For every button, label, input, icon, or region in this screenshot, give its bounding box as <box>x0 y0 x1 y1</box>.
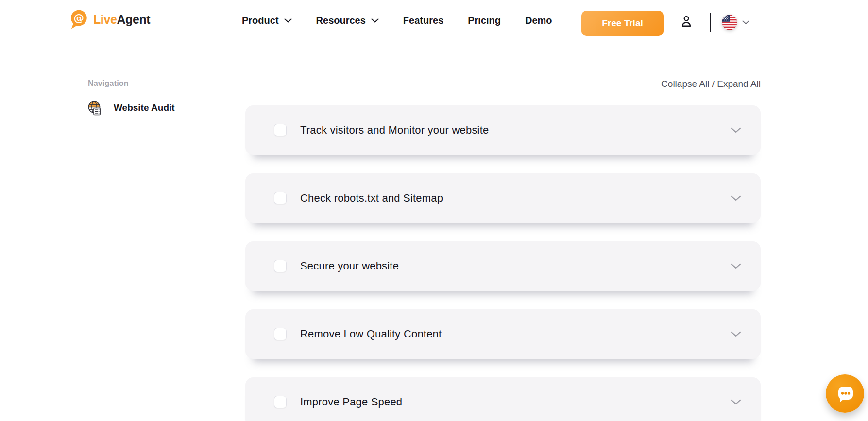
language-selector[interactable] <box>722 15 749 30</box>
chevron-down-icon[interactable] <box>731 263 741 269</box>
speech-bubble-at-icon: @ <box>68 9 89 31</box>
free-trial-button[interactable]: Free Trial <box>581 11 664 36</box>
chevron-down-icon <box>284 18 292 23</box>
chat-bubble-icon <box>834 383 856 405</box>
checklist-item-remove-low-quality[interactable]: Remove Low Quality Content <box>245 309 761 359</box>
collapse-expand-all-link[interactable]: Collapse All / Expand All <box>661 79 761 89</box>
user-icon <box>679 23 694 31</box>
logo-wordmark: LiveAgent <box>93 13 150 27</box>
nav-item-features[interactable]: Features <box>403 15 443 26</box>
chevron-down-icon[interactable] <box>731 399 741 405</box>
nav-item-demo[interactable]: Demo <box>525 15 552 26</box>
nav-item-product[interactable]: Product <box>242 15 292 26</box>
sidebar-heading: Navigation <box>88 79 129 88</box>
us-flag-icon <box>722 15 737 30</box>
header: @ LiveAgent Product Resources Features P… <box>0 0 868 41</box>
main-nav: Product Resources Features Pricing Demo <box>242 0 552 41</box>
checklist-item-label: Remove Low Quality Content <box>300 328 442 340</box>
nav-item-pricing[interactable]: Pricing <box>468 15 501 26</box>
checkbox[interactable] <box>274 192 287 204</box>
checkbox[interactable] <box>274 260 287 272</box>
checklist-item-page-speed[interactable]: Improve Page Speed <box>245 377 761 421</box>
chevron-down-icon[interactable] <box>731 127 741 133</box>
liveagent-logo[interactable]: @ LiveAgent <box>68 9 150 31</box>
sidebar-item-label: Website Audit <box>114 102 175 113</box>
audit-checklist: Track visitors and Monitor your website … <box>245 105 761 421</box>
checklist-item-secure-website[interactable]: Secure your website <box>245 241 761 291</box>
checklist-item-label: Check robots.txt and Sitemap <box>300 192 443 204</box>
svg-text:@: @ <box>74 12 85 24</box>
chevron-down-icon <box>742 20 749 25</box>
chat-widget-button[interactable] <box>826 374 864 413</box>
checkbox[interactable] <box>274 124 287 136</box>
checkbox[interactable] <box>274 396 287 408</box>
checklist-item-robots-sitemap[interactable]: Check robots.txt and Sitemap <box>245 173 761 223</box>
website-audit-globe-icon <box>86 100 102 116</box>
checklist-item-track-visitors[interactable]: Track visitors and Monitor your website <box>245 105 761 155</box>
checklist-item-label: Track visitors and Monitor your website <box>300 124 489 136</box>
nav-item-resources[interactable]: Resources <box>316 15 379 26</box>
chevron-down-icon[interactable] <box>731 331 741 337</box>
header-divider <box>710 13 711 32</box>
chevron-down-icon[interactable] <box>731 195 741 201</box>
chevron-down-icon <box>371 18 379 23</box>
checklist-item-label: Improve Page Speed <box>300 396 402 408</box>
sidebar-item-website-audit[interactable]: Website Audit <box>86 100 175 116</box>
checkbox[interactable] <box>274 328 287 340</box>
account-login-button[interactable] <box>679 14 694 32</box>
checklist-item-label: Secure your website <box>300 260 399 272</box>
